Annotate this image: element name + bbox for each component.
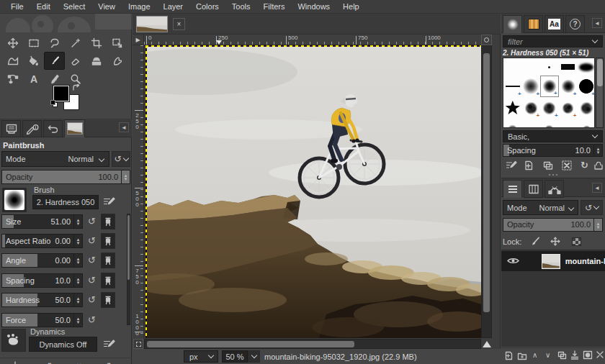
gradient-tool-button[interactable] xyxy=(2,52,23,70)
brush-grid-scrollbar[interactable] xyxy=(596,58,604,128)
menu-file[interactable]: File xyxy=(4,1,30,12)
angle-spinner[interactable]: ▴▾ xyxy=(73,254,82,267)
brush-spacing-spinner[interactable]: ▴▾ xyxy=(593,145,602,156)
opacity-spinner[interactable]: ▴▾ xyxy=(121,170,130,183)
dock-splitter-handle[interactable]: • • • xyxy=(543,173,563,177)
tab-device-status[interactable] xyxy=(22,120,42,137)
canvas-viewport[interactable] xyxy=(144,45,481,338)
rectangle-select-tool-button[interactable] xyxy=(23,34,44,52)
menu-tools[interactable]: Tools xyxy=(225,1,257,12)
scroll-arrow-icon[interactable] xyxy=(483,341,491,347)
zoom-follow-window-button[interactable] xyxy=(481,35,492,45)
aspect-ratio-reset-icon[interactable]: ↺ xyxy=(88,236,96,245)
brush-filter-input[interactable]: filter xyxy=(503,35,603,47)
brush-item[interactable] xyxy=(577,58,595,76)
brush-item[interactable] xyxy=(503,97,522,119)
tool-options-scrollbar[interactable] xyxy=(127,214,130,325)
brush-preview-button[interactable] xyxy=(2,188,27,212)
save-preset-icon[interactable] xyxy=(10,361,20,364)
left-dock-menu-button[interactable]: ◄ xyxy=(119,122,129,132)
brush-item[interactable] xyxy=(540,119,559,128)
tab-fonts[interactable]: Aa xyxy=(544,15,564,33)
brush-grid[interactable]: + + + + + + + + xyxy=(503,58,595,128)
new-layer-group-icon[interactable] xyxy=(517,351,527,362)
zoom-entry[interactable]: 50 % xyxy=(222,350,248,363)
visibility-eye-icon[interactable] xyxy=(507,257,519,266)
zoom-dropdown-button[interactable] xyxy=(248,350,260,363)
tab-layers[interactable] xyxy=(503,180,522,198)
size-spinner[interactable]: ▴▾ xyxy=(73,215,82,228)
spacing-reset-icon[interactable]: ↺ xyxy=(88,276,96,285)
free-select-tool-button[interactable] xyxy=(44,34,65,52)
hardness-reset-icon[interactable]: ↺ xyxy=(88,295,96,304)
lock-position-icon[interactable] xyxy=(550,237,560,247)
reset-tool-options-icon[interactable]: ↻ xyxy=(107,360,115,364)
menu-colors[interactable]: Colors xyxy=(189,1,225,12)
dynamics-preview-button[interactable] xyxy=(1,329,26,352)
duplicate-brush-icon[interactable] xyxy=(543,161,553,171)
aspect-ratio-slider[interactable]: Aspect Ratio 0.00 ▴▾ xyxy=(1,234,83,248)
quick-mask-toggle-button[interactable] xyxy=(133,339,143,349)
clone-tool-button[interactable] xyxy=(86,52,107,70)
refresh-brushes-icon[interactable]: ↻ xyxy=(581,160,588,170)
brush-item[interactable]: + xyxy=(503,76,522,97)
menu-windows[interactable]: Windows xyxy=(291,1,336,12)
raise-layer-icon[interactable]: ∧ xyxy=(532,351,537,359)
spacing-spinner[interactable]: ▴▾ xyxy=(73,274,82,287)
new-brush-icon[interactable] xyxy=(524,160,534,172)
layers-dock-menu-button[interactable]: ◄ xyxy=(592,183,602,193)
tab-brushes[interactable] xyxy=(503,15,522,33)
hardness-slider[interactable]: Hardness 50.0 ▴▾ xyxy=(1,293,83,307)
brush-item[interactable]: + xyxy=(559,97,578,119)
close-image-icon[interactable]: × xyxy=(173,18,185,30)
brush-item[interactable] xyxy=(577,119,595,128)
menu-view[interactable]: View xyxy=(91,1,122,12)
aspect-ratio-spinner[interactable]: ▴▾ xyxy=(73,235,82,247)
layer-mode-switch-button[interactable]: ↺ xyxy=(581,200,603,215)
brush-item[interactable] xyxy=(522,119,541,128)
brush-item[interactable]: + xyxy=(522,97,541,119)
menu-image[interactable]: Image xyxy=(122,1,157,12)
ruler-corner-button[interactable]: ▶ xyxy=(133,35,144,45)
brush-item[interactable] xyxy=(522,58,541,76)
restore-preset-icon[interactable]: ↺ xyxy=(43,360,52,364)
fuzzy-select-tool-button[interactable] xyxy=(65,34,86,52)
open-brush-as-image-icon[interactable] xyxy=(593,160,604,172)
brush-item[interactable] xyxy=(503,58,522,76)
angle-link-button[interactable] xyxy=(101,252,115,268)
menu-help[interactable]: Help xyxy=(336,1,366,12)
brush-item[interactable] xyxy=(503,119,522,128)
aspect-ratio-link-button[interactable] xyxy=(101,233,115,249)
eraser-tool-button[interactable] xyxy=(65,52,86,70)
tab-patterns[interactable] xyxy=(524,15,543,33)
paint-mode-dropdown[interactable]: Mode Normal xyxy=(1,151,109,167)
menu-filters[interactable]: Filters xyxy=(257,1,292,12)
brush-item[interactable]: + xyxy=(522,76,541,97)
dynamics-name-field[interactable]: Dynamics Off xyxy=(29,337,97,352)
swap-colors-icon[interactable] xyxy=(72,84,81,94)
paintbrush-tool-button[interactable] xyxy=(44,52,65,70)
lower-layer-icon[interactable]: ∨ xyxy=(545,351,550,359)
delete-preset-icon[interactable]: × xyxy=(76,360,82,364)
brush-item[interactable]: + xyxy=(540,97,559,119)
tab-image-thumbnail[interactable] xyxy=(64,119,85,137)
edit-brush-icon[interactable] xyxy=(103,196,115,209)
tab-undo-history[interactable] xyxy=(43,120,63,137)
lock-pixels-icon[interactable] xyxy=(530,237,540,247)
unit-dropdown[interactable]: px xyxy=(184,350,218,363)
edit-dynamics-icon[interactable] xyxy=(103,339,115,351)
delete-layer-icon[interactable] xyxy=(596,350,604,360)
foreground-color-swatch[interactable] xyxy=(53,86,69,101)
spacing-slider[interactable]: Spacing 10.0 ▴▾ xyxy=(1,273,83,288)
image-window-tab[interactable] xyxy=(136,16,168,32)
size-link-button[interactable] xyxy=(101,214,115,229)
canvas-horizontal-scrollbar[interactable] xyxy=(144,339,481,349)
brush-item[interactable]: + xyxy=(559,76,578,97)
hardness-link-button[interactable] xyxy=(101,292,115,308)
tab-document-help[interactable]: ? xyxy=(565,15,585,33)
duplicate-layer-icon[interactable] xyxy=(557,351,567,361)
brush-item[interactable] xyxy=(559,58,578,76)
force-reset-icon[interactable]: ↺ xyxy=(88,315,96,324)
angle-slider[interactable]: Angle 0.00 ▴▾ xyxy=(1,253,83,268)
brush-tag-dropdown[interactable]: Basic, xyxy=(503,130,603,142)
